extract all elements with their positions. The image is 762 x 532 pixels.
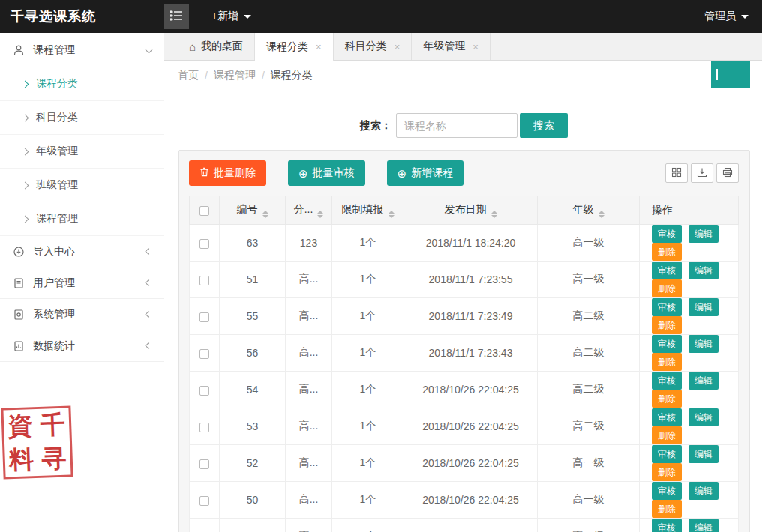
sidebar-item-label: 科目分类 xyxy=(36,111,78,124)
sort-icon[interactable] xyxy=(388,211,394,218)
close-icon[interactable]: × xyxy=(316,41,322,52)
cell-date: 2018/10/26 22:04:25 xyxy=(404,519,538,532)
sidebar-item-course-mgmt[interactable]: 课程管理 xyxy=(0,202,164,236)
tab-label: 科目分类 xyxy=(345,40,387,53)
toolbar: 批量删除 ⊕ 批量审核 ⊕ 新增课程 xyxy=(189,160,739,186)
add-course-button[interactable]: ⊕ 新增课程 xyxy=(387,160,464,186)
sidebar-item-import-center[interactable]: 导入中心 xyxy=(0,236,164,267)
review-button[interactable]: 审核 xyxy=(652,225,682,243)
search-button[interactable]: 搜索 xyxy=(520,113,568,138)
delete-button[interactable]: 删除 xyxy=(652,500,682,518)
cell-id: 55 xyxy=(220,298,286,335)
tab-course-category[interactable]: 课程分类 × xyxy=(255,33,334,61)
row-checkbox[interactable] xyxy=(200,496,209,506)
sidebar-group-course-mgmt[interactable]: 课程管理 xyxy=(0,33,164,67)
breadcrumb-course-mgmt[interactable]: 课程管理 xyxy=(214,69,256,82)
course-table: 编号 分... 限制填报 发布日期 年级 操作 63 123 1个 2018/1… xyxy=(189,196,739,532)
row-checkbox[interactable] xyxy=(200,312,209,322)
sidebar-item-user-mgmt[interactable]: 用户管理 xyxy=(0,267,164,299)
sidebar-item-label: 年级管理 xyxy=(36,145,78,158)
close-icon[interactable]: × xyxy=(472,41,478,52)
sidebar-item-subject-category[interactable]: 科目分类 xyxy=(0,101,164,135)
delete-button[interactable]: 删除 xyxy=(652,426,682,444)
select-all-checkbox[interactable] xyxy=(200,206,209,216)
sidebar-item-data-stats[interactable]: 数据统计 xyxy=(0,330,164,362)
row-checkbox[interactable] xyxy=(200,459,209,469)
delete-button[interactable]: 删除 xyxy=(652,279,682,297)
review-button[interactable]: 审核 xyxy=(652,372,682,390)
batch-review-button[interactable]: ⊕ 批量审核 xyxy=(288,160,365,186)
export-button[interactable] xyxy=(691,163,713,183)
sort-icon[interactable] xyxy=(317,211,323,218)
batch-delete-button[interactable]: 批量删除 xyxy=(189,160,266,186)
edit-button[interactable]: 编辑 xyxy=(688,372,718,390)
column-header-category[interactable]: 分... xyxy=(286,196,332,225)
review-button[interactable]: 审核 xyxy=(652,262,682,279)
edit-button[interactable]: 编辑 xyxy=(688,262,718,279)
sort-icon[interactable] xyxy=(262,211,268,218)
edit-button[interactable]: 编辑 xyxy=(688,298,718,316)
edit-button[interactable]: 编辑 xyxy=(688,225,718,243)
sort-icon[interactable] xyxy=(598,211,604,218)
cell-limit: 1个 xyxy=(332,482,404,519)
tab-label: 课程分类 xyxy=(266,40,308,54)
row-checkbox[interactable] xyxy=(200,423,209,432)
sidebar-item-grade-mgmt[interactable]: 年级管理 xyxy=(0,135,164,169)
sidebar-item-system-mgmt[interactable]: 系统管理 xyxy=(0,299,164,330)
edit-button[interactable]: 编辑 xyxy=(688,519,718,532)
table-row: 63 123 1个 2018/11/1 18:24:20 高一级 审核 编辑 删… xyxy=(190,225,739,262)
row-checkbox[interactable] xyxy=(200,349,209,359)
sidebar-item-class-mgmt[interactable]: 班级管理 xyxy=(0,169,164,202)
sidebar-item-label: 课程分类 xyxy=(36,77,78,91)
review-button[interactable]: 审核 xyxy=(652,298,682,316)
columns-toggle-button[interactable] xyxy=(665,163,688,183)
delete-button[interactable]: 删除 xyxy=(652,463,682,481)
select-all-checkbox-cell[interactable] xyxy=(190,196,220,225)
table-body: 63 123 1个 2018/11/1 18:24:20 高一级 审核 编辑 删… xyxy=(190,225,739,532)
search-bar: 搜索： 搜索 xyxy=(178,113,750,138)
column-header-id[interactable]: 编号 xyxy=(220,196,286,225)
delete-button[interactable]: 删除 xyxy=(652,390,682,408)
sidebar-item-label: 系统管理 xyxy=(33,308,75,321)
edit-button[interactable]: 编辑 xyxy=(688,482,718,500)
cell-grade: 高二级 xyxy=(538,408,640,445)
tab-my-desktop[interactable]: ⌂ 我的桌面 xyxy=(178,33,255,60)
print-button[interactable] xyxy=(716,163,739,183)
row-checkbox[interactable] xyxy=(200,276,209,285)
review-button[interactable]: 审核 xyxy=(652,335,682,353)
person-icon xyxy=(12,43,25,56)
column-header-date[interactable]: 发布日期 xyxy=(404,196,538,225)
review-button[interactable]: 审核 xyxy=(652,519,682,532)
review-button[interactable]: 审核 xyxy=(652,408,682,426)
content-area: 搜索： 搜索 批量删除 ⊕ 批量审核 xyxy=(164,91,762,532)
cell-category: 高... xyxy=(286,408,332,445)
column-header-limit[interactable]: 限制填报 xyxy=(332,196,404,225)
sort-icon[interactable] xyxy=(491,211,497,218)
delete-button[interactable]: 删除 xyxy=(652,316,682,334)
row-checkbox[interactable] xyxy=(200,386,209,396)
new-dropdown[interactable]: +新增 xyxy=(212,10,251,23)
cell-date: 2018/10/26 22:04:25 xyxy=(404,372,538,408)
refresh-button[interactable] xyxy=(711,61,750,88)
review-button[interactable]: 审核 xyxy=(652,482,682,500)
close-icon[interactable]: × xyxy=(394,41,400,52)
chevron-right-icon xyxy=(22,148,29,155)
edit-button[interactable]: 编辑 xyxy=(688,335,718,353)
search-input[interactable] xyxy=(396,113,518,138)
tab-subject-category[interactable]: 科目分类 × xyxy=(334,33,412,60)
column-header-grade[interactable]: 年级 xyxy=(538,196,640,225)
menu-toggle-button[interactable] xyxy=(164,4,189,29)
breadcrumb-home[interactable]: 首页 xyxy=(178,69,199,82)
cell-grade: 高二级 xyxy=(538,335,640,372)
delete-button[interactable]: 删除 xyxy=(652,243,682,261)
edit-button[interactable]: 编辑 xyxy=(688,408,718,426)
sidebar-item-label: 用户管理 xyxy=(33,276,75,290)
user-dropdown[interactable]: 管理员 xyxy=(704,10,762,23)
row-checkbox[interactable] xyxy=(200,239,209,249)
edit-button[interactable]: 编辑 xyxy=(688,445,718,463)
tab-grade-mgmt[interactable]: 年级管理 × xyxy=(412,33,490,60)
sidebar-item-course-category[interactable]: 课程分类 xyxy=(0,67,164,101)
cell-id: 63 xyxy=(220,225,286,262)
review-button[interactable]: 审核 xyxy=(652,445,682,463)
delete-button[interactable]: 删除 xyxy=(652,353,682,371)
